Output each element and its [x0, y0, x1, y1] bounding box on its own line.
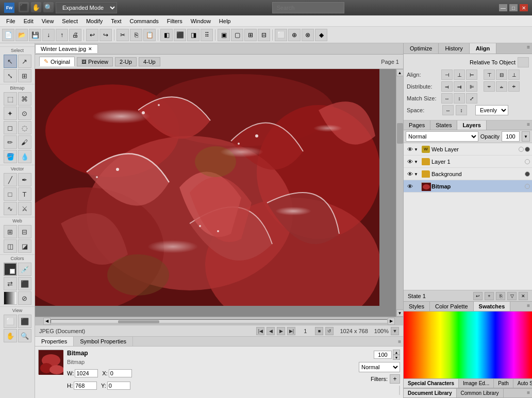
tab-path[interactable]: Path [494, 379, 513, 388]
panel-tab-align[interactable]: Align [470, 43, 497, 54]
menu-view[interactable]: View [38, 17, 58, 25]
h-scroll-thumb[interactable] [118, 320, 159, 323]
tool-marquee[interactable]: ⬚ [4, 92, 17, 106]
state-btn-5[interactable]: ✕ [519, 292, 528, 300]
tool-pencil[interactable]: ✏ [4, 135, 17, 149]
dist-right-btn[interactable]: ⊫ [466, 81, 477, 92]
scroll-up-button[interactable]: ▲ [396, 69, 404, 76]
prop-tab-symbol[interactable]: Symbol Properties [74, 337, 133, 346]
tab-auto-shape[interactable]: Auto Sha... [513, 379, 532, 388]
tab-layers[interactable]: Layers [457, 120, 486, 130]
align-center-h-btn[interactable]: ⊥ [454, 70, 465, 80]
frame-loop[interactable]: ↺ [325, 327, 334, 335]
tab-common-library[interactable]: Common Library [457, 389, 504, 397]
tb-distribute[interactable]: ⠿ [201, 29, 213, 41]
tool-hotspot[interactable]: ⊞ [4, 225, 17, 238]
align-middle-btn[interactable]: ⊟ [496, 70, 507, 80]
tb-align-center[interactable]: ⬛ [174, 29, 186, 41]
menu-edit[interactable]: Edit [20, 17, 38, 25]
height-input[interactable] [74, 382, 97, 390]
tb-cut[interactable]: ✂ [117, 29, 129, 41]
layer-eye-1[interactable]: 👁 [406, 158, 414, 166]
match-both-btn[interactable]: ⤢ [466, 93, 477, 103]
tb-join[interactable]: ⊞ [244, 29, 257, 41]
tool-full-screen[interactable]: ⬛ [18, 315, 31, 328]
dist-bottom-btn[interactable]: ⫩ [508, 81, 520, 92]
panel-tab-optimize[interactable]: Optimize [404, 43, 439, 54]
tab-states[interactable]: States [430, 120, 457, 130]
tb-mask[interactable]: ⊗ [302, 29, 314, 41]
tool-show[interactable]: ◪ [18, 239, 31, 253]
tb-paste[interactable]: 📋 [143, 29, 156, 41]
layer-arrow-web[interactable] [414, 147, 420, 152]
frame-first[interactable]: |◀ [256, 327, 264, 335]
layer-item-bitmap[interactable]: 👁 Bitmap [404, 180, 532, 193]
layer-eye-bitmap[interactable]: 👁 [406, 182, 414, 191]
tab-swatches[interactable]: Swatches [474, 302, 511, 311]
tool-hand[interactable]: ✋ [4, 329, 17, 342]
tb-flatten[interactable]: ⬜ [275, 29, 287, 41]
layers-collapse[interactable]: ≡ [525, 120, 532, 130]
zoom-dropdown[interactable]: ▼ [391, 327, 399, 335]
tool-pointer[interactable]: ↖ [4, 55, 17, 68]
tool-slice[interactable]: ⊟ [18, 225, 31, 238]
tool-btn-1[interactable]: ⬛ [19, 2, 29, 12]
y-input[interactable] [107, 382, 130, 390]
space-v-btn[interactable]: ↕ [456, 105, 467, 115]
scroll-left-button[interactable]: ◀ [43, 318, 51, 325]
tb-import[interactable]: ↓ [42, 29, 55, 41]
align-bottom-btn[interactable]: ⊥ [508, 70, 520, 80]
tool-eyedropper[interactable]: 💧 [18, 150, 31, 163]
tb-split[interactable]: ⊟ [258, 29, 270, 41]
panel-collapse[interactable]: ≡ [396, 338, 403, 345]
tb-merge[interactable]: ⊕ [288, 29, 301, 41]
tool-knife[interactable]: ⚔ [18, 202, 31, 215]
opacity-up[interactable]: ▲ [393, 350, 400, 355]
tool-swap-colors[interactable]: ⇄ [4, 277, 17, 290]
dist-left-btn[interactable]: ⫤ [441, 81, 453, 92]
view-tab-2up[interactable]: 2-Up [115, 57, 137, 66]
panel-tab-history[interactable]: History [439, 43, 469, 54]
menu-commands[interactable]: Commands [126, 17, 163, 25]
tab-color-palette[interactable]: Color Palette [430, 302, 474, 311]
tool-blur[interactable]: ◌ [18, 121, 31, 134]
opacity-arrow[interactable]: ▼ [522, 131, 530, 142]
match-height-btn[interactable]: ↕ [454, 93, 465, 103]
opacity-input[interactable] [374, 351, 392, 359]
tab-doc-library[interactable]: Document Library [404, 389, 457, 397]
tool-pen[interactable]: ✒ [18, 173, 31, 186]
tb-align-left[interactable]: ◧ [160, 29, 173, 41]
state-btn-2[interactable]: + [485, 292, 494, 300]
view-tab-original[interactable]: ✎ Original [39, 57, 75, 66]
layer-eye-bg[interactable]: 👁 [406, 170, 414, 178]
menu-filters[interactable]: Filters [163, 17, 187, 25]
tb-group[interactable]: ▣ [218, 29, 230, 41]
space-h-btn[interactable]: ↔ [442, 105, 454, 115]
vertical-scrollbar[interactable]: ▲ ▼ [396, 69, 403, 317]
opacity-down[interactable]: ▼ [393, 355, 400, 360]
tb-align-right[interactable]: ◨ [187, 29, 200, 41]
tb-export[interactable]: ↑ [56, 29, 68, 41]
state-btn-1[interactable]: ↩ [473, 292, 483, 300]
layer-item-1[interactable]: 👁 Layer 1 [404, 155, 532, 168]
align-top-btn[interactable]: ⊤ [484, 70, 495, 80]
doc-library-collapse[interactable]: ≡ [525, 389, 532, 397]
align-left-btn[interactable]: ⊣ [441, 70, 453, 80]
frame-next[interactable]: ▶| [287, 327, 295, 335]
prop-tab-properties[interactable]: Properties [35, 337, 74, 346]
scroll-right-button[interactable]: ▶ [388, 318, 395, 325]
tool-magic-wand[interactable]: ✦ [4, 107, 17, 120]
tab-image-editor[interactable]: Image Ed... [459, 379, 494, 388]
layer-opacity-input[interactable] [502, 131, 520, 142]
tool-eraser[interactable]: ◻ [4, 121, 17, 134]
tb-redo[interactable]: ↪ [99, 29, 112, 41]
dist-middle-btn[interactable]: ⫨ [496, 81, 507, 92]
dist-top-btn[interactable]: ⫧ [484, 81, 495, 92]
tool-gradient[interactable] [4, 291, 17, 305]
layer-arrow-1[interactable] [414, 159, 420, 164]
frame-prev[interactable]: ◀ [267, 327, 275, 335]
tool-lasso[interactable]: ⌘ [18, 92, 31, 106]
dist-center-btn[interactable]: ⫥ [454, 81, 465, 92]
tab-pages[interactable]: Pages [404, 120, 430, 130]
menu-modify[interactable]: Modify [82, 17, 107, 25]
